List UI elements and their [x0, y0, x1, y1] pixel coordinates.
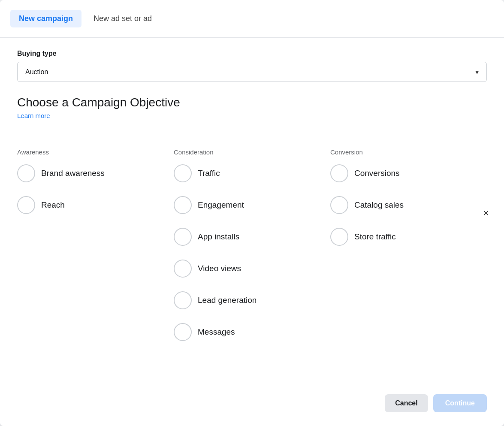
label-store-traffic: Store traffic: [354, 232, 396, 242]
close-button[interactable]: ×: [478, 205, 494, 221]
label-traffic: Traffic: [198, 169, 220, 178]
radio-traffic[interactable]: [174, 164, 192, 182]
label-brand-awareness: Brand awareness: [41, 169, 105, 178]
continue-button[interactable]: Continue: [433, 394, 487, 412]
learn-more-link[interactable]: Learn more: [17, 112, 50, 119]
buying-type-label: Buying type: [17, 50, 487, 57]
tab-new-campaign[interactable]: New campaign: [10, 10, 81, 27]
label-engagement: Engagement: [198, 200, 244, 210]
radio-engagement[interactable]: [174, 196, 192, 214]
consideration-column-label: Consideration: [174, 148, 322, 156]
objective-traffic[interactable]: Traffic: [174, 164, 322, 182]
awareness-column: Awareness Brand awareness Reach: [17, 148, 174, 355]
buying-type-select[interactable]: Auction Reach and Frequency TRP Buying: [17, 62, 487, 82]
objective-messages[interactable]: Messages: [174, 323, 322, 341]
objective-lead-generation[interactable]: Lead generation: [174, 291, 322, 309]
objective-brand-awareness[interactable]: Brand awareness: [17, 164, 165, 182]
radio-brand-awareness[interactable]: [17, 164, 35, 182]
tab-new-ad-set[interactable]: New ad set or ad: [94, 14, 152, 23]
conversion-column-label: Conversion: [330, 148, 478, 156]
radio-app-installs[interactable]: [174, 228, 192, 246]
radio-lead-generation[interactable]: [174, 291, 192, 309]
label-catalog-sales: Catalog sales: [354, 200, 404, 210]
objective-engagement[interactable]: Engagement: [174, 196, 322, 214]
dialog-body: Buying type Auction Reach and Frequency …: [0, 38, 504, 386]
objective-catalog-sales[interactable]: Catalog sales: [330, 196, 478, 214]
objective-app-installs[interactable]: App installs: [174, 228, 322, 246]
label-messages: Messages: [198, 327, 235, 337]
buying-type-select-wrapper: Auction Reach and Frequency TRP Buying ▼: [17, 62, 487, 82]
label-reach: Reach: [41, 200, 65, 210]
radio-video-views[interactable]: [174, 260, 192, 278]
radio-messages[interactable]: [174, 323, 192, 341]
objective-video-views[interactable]: Video views: [174, 260, 322, 278]
cancel-button[interactable]: Cancel: [385, 394, 428, 412]
conversion-column: Conversion Conversions Catalog sales Sto…: [330, 148, 487, 355]
objective-title: Choose a Campaign Objective: [17, 96, 487, 109]
label-app-installs: App installs: [198, 232, 239, 242]
radio-conversions[interactable]: [330, 164, 348, 182]
objective-reach[interactable]: Reach: [17, 196, 165, 214]
awareness-column-label: Awareness: [17, 148, 165, 156]
label-conversions: Conversions: [354, 169, 400, 178]
radio-reach[interactable]: [17, 196, 35, 214]
dialog-header: New campaign New ad set or ad ×: [0, 0, 504, 38]
objective-conversions[interactable]: Conversions: [330, 164, 478, 182]
objective-store-traffic[interactable]: Store traffic: [330, 228, 478, 246]
label-lead-generation: Lead generation: [198, 296, 257, 305]
radio-catalog-sales[interactable]: [330, 196, 348, 214]
close-icon: ×: [483, 208, 489, 219]
consideration-column: Consideration Traffic Engagement App ins…: [174, 148, 330, 355]
dialog-footer: Cancel Continue: [0, 386, 504, 426]
radio-store-traffic[interactable]: [330, 228, 348, 246]
new-campaign-dialog: New campaign New ad set or ad × Buying t…: [0, 0, 504, 426]
objectives-grid: Awareness Brand awareness Reach Consider…: [17, 148, 487, 355]
label-video-views: Video views: [198, 264, 241, 273]
